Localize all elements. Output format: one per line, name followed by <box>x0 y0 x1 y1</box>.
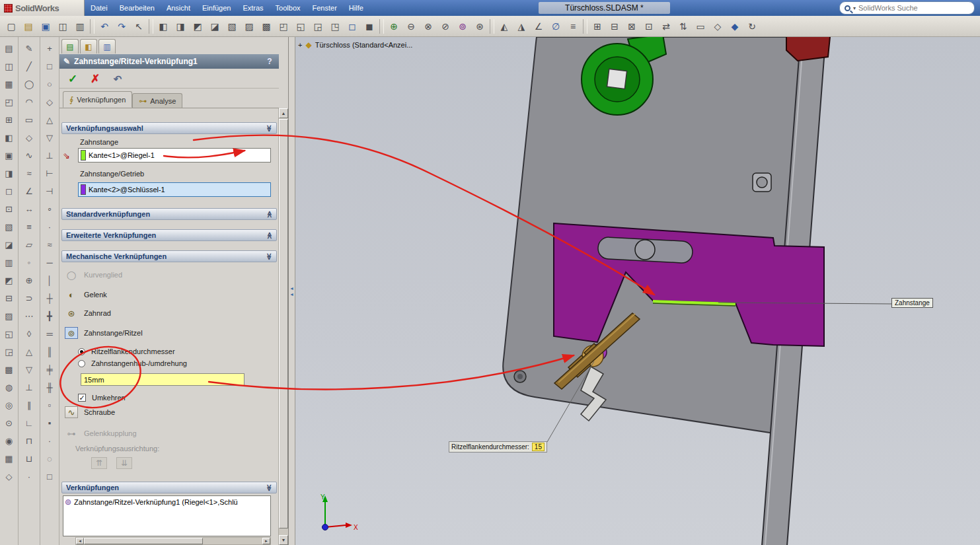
mate-icon[interactable]: ⊕ <box>385 18 402 34</box>
toolbar-icon[interactable]: ◌ <box>42 450 57 468</box>
toolbar-icon[interactable]: + <box>42 40 57 57</box>
toolbar-icon[interactable]: ⊟ <box>2 289 17 307</box>
menu-datei[interactable]: Datei <box>85 0 114 16</box>
menu-einfuegen[interactable]: Einfügen <box>196 0 237 16</box>
toolbar-icon[interactable]: ≡ <box>22 218 36 236</box>
toolbar-icon[interactable]: ∠ <box>22 182 36 200</box>
toolbar-icon[interactable]: ◊ <box>22 325 36 343</box>
assembly-icon[interactable]: ▩ <box>258 18 275 34</box>
toolbar-icon[interactable]: ▧ <box>2 218 17 236</box>
scroll-left-icon[interactable]: ◄ <box>76 538 84 544</box>
toolbar-icon[interactable]: ▱ <box>22 236 36 254</box>
featuremanager-tab[interactable]: ▤ <box>61 39 79 54</box>
toolbar-icon[interactable]: ▪ <box>42 414 57 432</box>
toolbar-icon[interactable]: ⊃ <box>22 289 36 307</box>
swap-icon[interactable]: ⇅ <box>675 18 692 34</box>
toolbar-icon[interactable]: ◪ <box>2 236 17 254</box>
toolbar-icon[interactable]: ⊕ <box>22 272 36 289</box>
plate-pin[interactable] <box>757 177 767 188</box>
toolbar-icon[interactable]: ▩ <box>2 361 17 379</box>
viewport-3d-svg[interactable]: Y X <box>295 37 980 545</box>
window-icon[interactable]: ⊟ <box>606 18 623 34</box>
mate-type-zahnrad[interactable]: ⊛ Zahnrad <box>65 307 111 320</box>
toolbar-icon[interactable]: ◫ <box>2 57 17 75</box>
pinion-diameter-callout[interactable]: Ritzelflankendurchmesser: 15 <box>449 441 547 453</box>
radio-zahnstangenhub[interactable]: Zahnstangenhub-/umdrehung <box>78 357 187 370</box>
toolbar-icon[interactable]: ◇ <box>42 93 57 111</box>
cam-square-hole[interactable] <box>607 69 627 89</box>
diameter-icon[interactable]: ∅ <box>547 18 564 34</box>
toolbar-icon[interactable]: ⋯ <box>22 307 36 325</box>
toolbar-icon[interactable]: ◩ <box>2 272 17 289</box>
toolbar-icon[interactable]: ⊣ <box>42 182 57 200</box>
view-icon[interactable]: ◭ <box>496 18 513 34</box>
expand-chevron-icon[interactable]: ≫ <box>265 211 272 217</box>
expand-chevron-icon[interactable]: ≫ <box>265 232 272 238</box>
assembly-icon[interactable]: ◳ <box>326 18 344 34</box>
zoom-icon[interactable]: ▭ <box>692 18 709 34</box>
search-input[interactable]: SolidWorks Suche <box>858 4 918 12</box>
mates-list[interactable]: ⊚ Zahnstange/Ritzel-Verknüpfung1 (Riegel… <box>63 495 271 536</box>
wireframe-icon[interactable]: ◇ <box>709 18 726 34</box>
menu-ansicht[interactable]: Ansicht <box>161 0 196 16</box>
new-icon[interactable]: ▢ <box>3 18 20 34</box>
toolbar-icon[interactable]: ╫ <box>42 379 57 396</box>
assembly-icon[interactable]: ◲ <box>309 18 326 34</box>
mates-list-item[interactable]: ⊚ Zahnstange/Ritzel-Verknüpfung1 (Riegel… <box>65 497 269 507</box>
toolbar-icon[interactable]: ⊔ <box>22 450 36 468</box>
checkbox-checked-icon[interactable]: ✓ <box>78 394 86 402</box>
toolbar-icon[interactable]: ▭ <box>22 111 36 129</box>
toolbar-icon[interactable]: ∙ <box>42 432 57 450</box>
toolbar-icon[interactable]: ◧ <box>2 129 17 147</box>
mate-type-schraube[interactable]: ∿ Schraube <box>65 406 115 419</box>
toolbar-icon[interactable]: │ <box>42 272 57 289</box>
assembly-icon[interactable]: ◩ <box>189 18 206 34</box>
toolbar-icon[interactable]: ◦ <box>22 254 36 272</box>
toolbar-icon[interactable]: ⊙ <box>2 414 17 432</box>
collapse-chevron-icon[interactable]: ≫ <box>265 253 272 260</box>
expand-tree-icon[interactable]: + <box>298 41 302 49</box>
pinion-diameter-input[interactable]: 15mm <box>81 373 245 386</box>
scroll-right-icon[interactable]: ► <box>262 538 270 544</box>
selection-field-2[interactable]: Kante<2>@Schlüssel-1 <box>78 182 271 197</box>
toolbar-icon[interactable]: ◨ <box>2 164 17 182</box>
toolbar-icon[interactable]: ∘ <box>42 200 57 218</box>
toolbar-icon[interactable]: ╪ <box>42 361 57 379</box>
group-header-advanced[interactable]: Erweiterte Verknüpfungen ≫ <box>61 229 277 241</box>
tab-verknuepfungen[interactable]: ∮ Verknüpfungen <box>63 91 132 108</box>
toolbar-icon[interactable]: ║ <box>42 343 57 361</box>
toolbar-icon[interactable]: □ <box>42 57 57 75</box>
cancel-button[interactable]: ✗ <box>87 72 103 86</box>
main-viewport[interactable]: Y X + ◆ Türschloss (Standard<Anzei... Za… <box>295 37 980 545</box>
scrollbar-thumb[interactable] <box>279 119 288 528</box>
radio-ritzelflankendurchmesser[interactable]: Ritzelflankendurchmesser <box>78 345 175 358</box>
menu-hilfe[interactable]: Hilfe <box>343 0 369 16</box>
collapse-left-icon[interactable]: ◄ <box>289 286 294 291</box>
toolbar-icon[interactable]: ⊥ <box>22 379 36 396</box>
measure-icon[interactable]: ∠ <box>530 18 547 34</box>
assembly-icon[interactable]: ▨ <box>241 18 258 34</box>
scroll-up-icon[interactable]: ▲ <box>279 108 288 118</box>
callout-value[interactable]: 15 <box>532 443 545 451</box>
toolbar-icon[interactable]: · <box>42 218 57 236</box>
toolbar-icon[interactable]: ╋ <box>42 307 57 325</box>
scrollbar-thumb[interactable] <box>84 538 203 544</box>
radio-unselected-icon[interactable] <box>78 360 85 367</box>
toolbar-icon[interactable]: ◰ <box>2 93 17 111</box>
preview-icon[interactable]: ▥ <box>71 18 89 34</box>
toolbar-icon[interactable]: ∿ <box>22 147 36 164</box>
vertical-scrollbar[interactable]: ▲ ▼ <box>278 108 288 545</box>
toolbar-icon[interactable]: · <box>22 468 36 486</box>
toolbar-icon[interactable]: ▽ <box>42 129 57 147</box>
swap-icon[interactable]: ⇄ <box>658 18 675 34</box>
checkbox-umkehren[interactable]: ✓ Umkehren <box>78 391 126 404</box>
window-icon[interactable]: ⊠ <box>623 18 640 34</box>
print-icon[interactable]: ◫ <box>54 18 71 34</box>
assembly-icon[interactable]: ▧ <box>223 18 241 34</box>
toolbar-icon[interactable]: ◍ <box>2 379 17 396</box>
group-header-selection[interactable]: Verknüpfungsauswahl ≫ <box>61 122 277 134</box>
toolbar-icon[interactable]: ▦ <box>2 75 17 93</box>
toolbar-icon[interactable]: ◯ <box>22 75 36 93</box>
toolbar-icon[interactable]: ▣ <box>2 147 17 164</box>
assembly-icon[interactable]: ◱ <box>292 18 309 34</box>
